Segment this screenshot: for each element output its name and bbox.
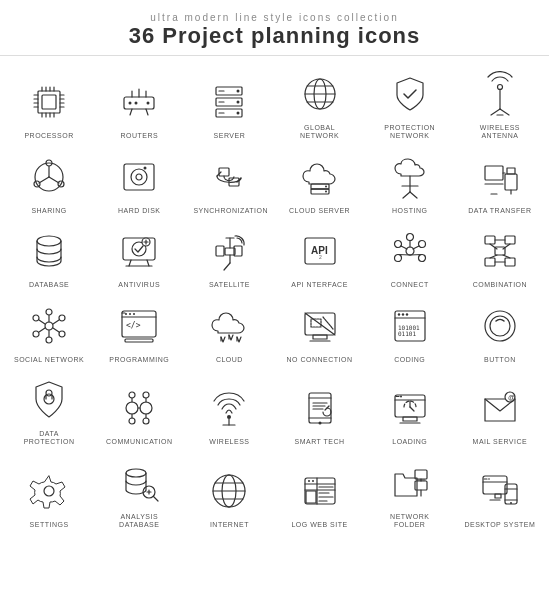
- svg-line-43: [500, 109, 509, 115]
- svg-point-54: [131, 169, 147, 185]
- icon-cell-api-interface: API 2 API NTERFACE: [274, 219, 364, 293]
- antivirus-icon: [113, 225, 165, 277]
- icon-cell-hosting: HOSTING: [365, 145, 455, 219]
- icon-cell-desktop-system: DESKTOP SYSTEM: [455, 451, 545, 534]
- smart-tech-icon: [294, 382, 346, 434]
- svg-point-75: [37, 236, 61, 246]
- smart-tech-label: SMART TECH: [295, 438, 345, 446]
- svg-point-119: [33, 331, 39, 337]
- icon-cell-network-folder: NETWORK FOLDER: [365, 451, 455, 534]
- svg-point-151: [402, 313, 404, 315]
- svg-rect-85: [216, 246, 224, 256]
- log-web-site-label: LOG WEB SITE: [291, 521, 347, 529]
- svg-point-205: [312, 480, 314, 482]
- svg-point-160: [140, 402, 152, 414]
- svg-point-121: [46, 309, 52, 315]
- svg-point-30: [237, 90, 240, 93]
- svg-point-225: [488, 478, 490, 480]
- analysis-database-label: ANALYSIS DATABASE: [103, 513, 175, 530]
- icon-cell-log-web-site: LOG WEB SITE: [274, 451, 364, 534]
- icon-cell-global-network: GLOBAL NETWORK: [274, 62, 364, 145]
- satellite-icon: [203, 225, 255, 277]
- icon-cell-settings: SETTINGS: [4, 451, 94, 534]
- processor-icon: [23, 76, 75, 128]
- icon-cell-antivirus: ANTIVIRUS: [94, 219, 184, 293]
- svg-point-136: [133, 313, 135, 315]
- social-network-label: SOCIAL NETWORK: [14, 356, 84, 364]
- icon-cell-mail-service: @ MAIL SERVICE: [455, 368, 545, 451]
- svg-point-55: [136, 174, 142, 180]
- svg-point-189: [44, 486, 54, 496]
- analysis-database-icon: [113, 457, 165, 509]
- data-protection-label: DATA PROTECTION: [13, 430, 85, 447]
- svg-text:01101: 01101: [398, 330, 416, 337]
- hosting-icon: [384, 151, 436, 203]
- svg-point-159: [126, 402, 138, 414]
- log-web-site-icon: [294, 465, 346, 517]
- internet-icon: [203, 465, 255, 517]
- svg-line-77: [129, 260, 131, 266]
- connect-icon: [384, 225, 436, 277]
- svg-point-223: [510, 502, 512, 504]
- internet-label: INTERNET: [210, 521, 249, 529]
- svg-point-156: [46, 390, 52, 396]
- social-network-icon: [23, 300, 75, 352]
- icon-cell-synchronization: SYNCHRONIZATION: [184, 145, 274, 219]
- svg-point-62: [325, 190, 327, 192]
- synchronization-icon: [203, 151, 255, 203]
- no-connection-icon: [294, 300, 346, 352]
- server-icon: [203, 76, 255, 128]
- icon-cell-button: BUTTON: [455, 294, 545, 368]
- cloud-label: CLOUD: [216, 356, 243, 364]
- wireless-antenna-icon: [474, 68, 526, 120]
- wireless-antenna-label: WIRELESS ANTENNA: [464, 124, 536, 141]
- svg-text:2: 2: [319, 254, 322, 260]
- svg-point-176: [318, 422, 321, 425]
- svg-line-102: [410, 255, 422, 256]
- page-title: 36 Project planning icons: [0, 23, 549, 49]
- server-label: SERVER: [214, 132, 246, 140]
- icon-cell-programming: </> PROGRAMMING: [94, 294, 184, 368]
- wireless-icon: [203, 382, 255, 434]
- svg-point-163: [129, 418, 135, 424]
- svg-line-104: [413, 246, 419, 249]
- svg-text:@: @: [508, 394, 515, 401]
- satellite-label: SATELLITE: [209, 281, 250, 289]
- cloud-server-icon: [294, 151, 346, 203]
- icon-cell-wireless-antenna: WIRELESS ANTENNA: [455, 62, 545, 145]
- svg-point-31: [237, 101, 240, 104]
- processor-label: PROCESSOR: [24, 132, 73, 140]
- svg-point-97: [394, 255, 401, 262]
- svg-point-95: [406, 234, 413, 241]
- coding-label: CODING: [394, 356, 425, 364]
- icon-cell-cloud-server: CLOUD SERVER: [274, 145, 364, 219]
- icon-cell-data-protection: DATA PROTECTION: [4, 368, 94, 451]
- svg-point-117: [33, 315, 39, 321]
- mail-service-label: MAIL SERVICE: [473, 438, 528, 446]
- svg-point-120: [59, 331, 65, 337]
- coding-icon: 101001 01101: [384, 300, 436, 352]
- svg-point-186: [400, 396, 402, 398]
- icon-cell-database: DATABASE: [4, 219, 94, 293]
- svg-point-32: [237, 112, 240, 115]
- icon-cell-smart-tech: SMART TECH: [274, 368, 364, 451]
- svg-line-78: [147, 260, 149, 266]
- svg-rect-108: [505, 258, 515, 266]
- desktop-system-label: DESKTOP SYSTEM: [464, 521, 535, 529]
- svg-rect-0: [38, 91, 60, 113]
- svg-point-134: [125, 313, 127, 315]
- svg-text:</>: </>: [126, 321, 141, 330]
- icon-cell-routers: ROUTERS: [94, 62, 184, 145]
- svg-line-123: [39, 320, 45, 324]
- data-transfer-icon: [474, 151, 526, 203]
- svg-point-150: [398, 313, 400, 315]
- synchronization-label: SYNCHRONIZATION: [193, 207, 265, 215]
- combination-icon: [474, 225, 526, 277]
- svg-point-164: [143, 418, 149, 424]
- svg-point-94: [406, 247, 414, 255]
- svg-rect-130: [125, 339, 153, 342]
- svg-line-141: [305, 313, 335, 335]
- combination-label: COMBINATION: [473, 281, 527, 289]
- svg-line-42: [491, 109, 500, 115]
- icon-cell-cloud: CLOUD: [184, 294, 274, 368]
